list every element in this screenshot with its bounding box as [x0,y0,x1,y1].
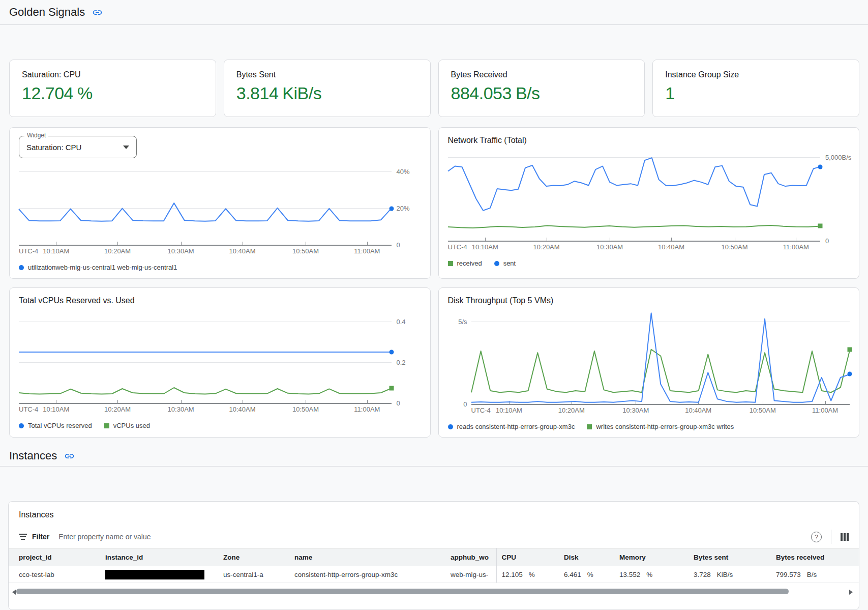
x-tick-label: 10:10AM [43,405,69,413]
filter-input[interactable] [57,532,811,541]
y-tick-label: 40% [397,168,410,176]
y-tick-label: 0 [397,241,400,249]
cell-Zone: us-central1-a [218,566,289,583]
plot-area [471,311,850,404]
cell-project_id: cco-test-lab [9,566,100,583]
scorecard-bytes-sent: Bytes Sent 3.814KiB/s [224,60,431,117]
cell-unit: KiB/s [717,571,733,578]
scorecard-label: Instance Group Size [665,70,847,79]
column-header-CPU[interactable]: CPU [496,548,559,566]
scorecard-value: 3.814KiB/s [236,83,418,103]
legend-label: reads consistent-http-errors-group-xm3c [457,423,575,430]
y-axis: 40%20%0 [392,164,421,245]
scorecard-instance-group-size: Instance Group Size 1 [652,60,859,117]
filter-bar-divider [831,530,831,544]
horizontal-scrollbar[interactable] [9,588,859,596]
legend-label: received [457,259,482,267]
scroll-left-arrow[interactable] [12,590,16,595]
dashboard-page: Golden Signals Saturation: CPU 12.704% B… [0,0,868,610]
column-display-icon[interactable] [841,533,849,541]
scorecard-label: Saturation: CPU [22,70,203,79]
legend-item[interactable]: received [448,259,482,267]
saturation-cpu-chart: 40%20%0 UTC-410:10AM10:20AM10:30AM10:40A… [19,164,421,271]
x-tick-label: 10:50AM [292,405,319,413]
legend-item[interactable]: Total vCPUs reserved [19,422,92,429]
x-tick-label: 10:10AM [43,247,69,255]
y-tick-label: 0 [825,237,829,245]
column-header-apphub_wo[interactable]: apphub_wo [445,548,496,566]
column-header-project_id[interactable]: project_id [9,548,100,566]
scorecards-row: Saturation: CPU 12.704% Bytes Sent 3.814… [9,60,859,117]
charts-row-1: Widget Saturation: CPU 40%20%0 UTC-410:1… [9,127,859,279]
legend-item[interactable]: writes consistent-http-errors-group-xm3c… [587,423,734,430]
legend-item[interactable]: sent [494,259,516,267]
filter-label: Filter [32,533,49,541]
cell-unit: % [529,571,535,578]
y-tick-label: 0.4 [397,317,406,325]
legend-item[interactable]: reads consistent-http-errors-group-xm3c [448,423,575,430]
x-tick-label: 10:50AM [721,243,747,251]
cell-Disk: 6.461% [559,566,614,583]
x-tick-label: 10:30AM [168,405,194,413]
x-tick-label: 10:10AM [472,243,498,251]
circle-legend-marker [19,265,24,270]
column-header-Bytes received[interactable]: Bytes received [771,548,859,566]
cell-value: 3.728 [694,571,711,578]
chart-title: Network Traffic (Total) [448,136,850,145]
cell-apphub_wo: web-mig-us- [445,566,496,583]
cell-Bytes received: 799.573B/s [771,566,859,583]
column-header-Zone[interactable]: Zone [218,548,289,566]
cell-unit: % [587,571,593,578]
cell-unit: % [646,571,652,578]
page-title: Golden Signals [9,6,85,19]
cell-Bytes sent: 3.728KiB/s [689,566,771,583]
x-tick-label: 10:50AM [750,406,776,414]
saturation-cpu-svg [19,164,392,245]
x-tick-label: 10:40AM [229,405,255,413]
help-icon[interactable]: ? [811,532,822,542]
widget-select-value: Saturation: CPU [26,143,81,152]
x-tick-label: 11:00AM [812,406,838,414]
x-axis-line [19,403,392,404]
cell-value: 13.552 [619,571,640,578]
cell-Memory: 13.552% [614,566,689,583]
scrollbar-thumb[interactable] [16,589,789,594]
widget-select[interactable]: Widget Saturation: CPU [19,136,137,158]
link-icon[interactable] [64,451,75,461]
y-axis: 0.40.20 [392,311,421,403]
x-axis: UTC-410:10AM10:20AM10:30AM10:40AM10:50AM… [448,243,821,253]
column-header-Bytes sent[interactable]: Bytes sent [689,548,771,566]
circle-legend-marker [494,261,499,266]
x-tick-label: 10:10AM [496,406,522,414]
column-header-Memory[interactable]: Memory [614,548,689,566]
legend-item[interactable]: vCPUs used [104,422,150,429]
y-tick-label: 0 [397,399,400,407]
x-tick-label: UTC-4 [19,405,38,413]
scroll-right-arrow[interactable] [849,590,853,595]
x-axis-line [471,404,850,405]
redacted-value [105,570,204,579]
scorecard-bytes-received: Bytes Received 884.053B/s [438,60,645,117]
page-header: Golden Signals [0,0,868,25]
series-end-marker [848,347,852,352]
x-tick-label: 10:50AM [292,247,319,255]
column-header-Disk[interactable]: Disk [559,548,614,566]
instances-section-header: Instances [0,446,868,467]
y-tick-label: 0 [463,400,467,408]
y-tick-label: 0.2 [397,359,406,366]
scorecard-saturation-cpu: Saturation: CPU 12.704% [9,60,216,117]
instances-table: project_idinstance_idZonenameapphub_woCP… [9,548,859,583]
x-tick-label: 10:20AM [104,247,131,255]
column-header-instance_id[interactable]: instance_id [100,548,218,566]
x-tick-label: 11:00AM [783,243,809,251]
column-header-name[interactable]: name [289,548,445,566]
y-axis: 5,000B/s0 [820,151,850,241]
x-tick-label: 10:30AM [596,243,623,251]
table-header-row: project_idinstance_idZonenameapphub_woCP… [9,548,859,566]
plot-area [448,151,821,241]
link-icon[interactable] [92,7,103,18]
x-tick-label: UTC-4 [448,243,467,251]
x-tick-label: 10:30AM [622,406,649,414]
x-tick-label: 11:00AM [354,247,380,255]
legend-item[interactable]: utilizationweb-mig-us-central1 web-mig-u… [19,264,177,271]
